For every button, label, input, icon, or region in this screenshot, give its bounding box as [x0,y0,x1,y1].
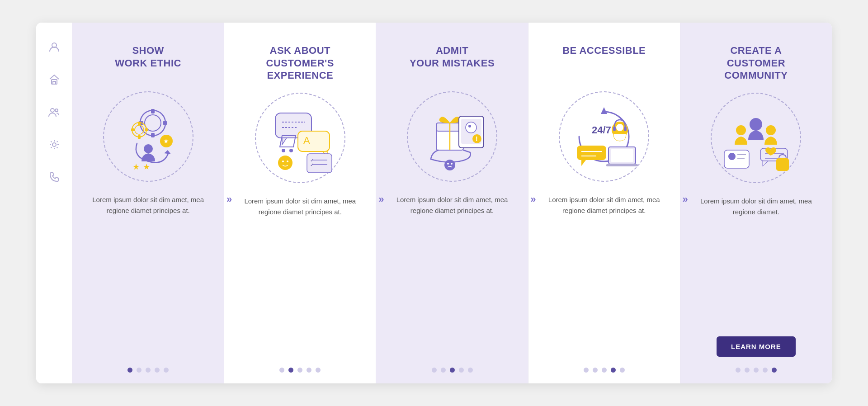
card-1-desc: Lorem ipsum dolor sit dim amet, mea regi… [85,194,211,357]
svg-text:A: A [303,135,310,146]
svg-text:!: ! [476,135,478,142]
svg-marker-18 [164,150,171,154]
card-show-work-ethic: SHOW WORK ETHIC [72,23,224,383]
card-5-dots [736,368,777,373]
dot-2-3[interactable] [297,368,302,373]
dot-2-2[interactable] [288,368,293,373]
svg-rect-59 [577,146,606,160]
svg-rect-14 [138,122,141,125]
card-3-dots [432,368,473,373]
svg-point-19 [144,144,153,153]
learn-more-button[interactable]: LEARN MORE [717,336,796,357]
card-1-illustration: ★ ★ ★ [103,91,193,182]
dot-4-5[interactable] [620,368,625,373]
card-5-illustration [711,93,801,183]
dot-4-3[interactable] [602,368,607,373]
svg-text:★: ★ [143,162,150,171]
svg-point-4 [55,109,58,112]
svg-point-5 [52,143,56,146]
dot-5-3[interactable] [754,368,759,373]
dot-4-1[interactable] [584,368,589,373]
card-3-desc: Lorem ipsum dolor sit dim amet, mea regi… [389,194,515,357]
card-5-title: CREATE A CUSTOMER COMMUNITY [724,44,788,82]
svg-rect-17 [145,128,148,131]
card-4-illustration: 24/7 [559,91,649,182]
card-be-accessible: BE ACCESSIBLE 24/7 [528,23,680,383]
card-3-title: ADMIT YOUR MISTAKES [410,44,495,80]
settings-icon[interactable] [46,137,62,153]
svg-rect-15 [138,135,141,139]
svg-point-51 [447,163,449,165]
dot-3-2[interactable] [441,368,446,373]
svg-rect-65 [606,164,638,166]
user-icon[interactable] [46,39,62,55]
svg-point-68 [766,125,776,135]
svg-point-74 [728,153,736,160]
svg-rect-57 [613,127,616,131]
cards-container: SHOW WORK ETHIC [72,23,832,383]
svg-point-66 [750,118,762,131]
dot-1-5[interactable] [164,368,169,373]
card-2-illustration: A ✓ ✓ [255,93,345,183]
dot-3-3[interactable] [450,368,455,373]
card-4-dots [584,368,625,373]
dot-3-5[interactable] [468,368,473,373]
card-admit-mistakes: ADMIT YOUR MISTAKES [376,23,528,383]
svg-rect-16 [131,128,135,131]
dot-2-4[interactable] [307,368,311,373]
dot-5-2[interactable] [745,368,750,373]
dot-4-2[interactable] [593,368,598,373]
dot-3-4[interactable] [459,368,464,373]
svg-rect-77 [776,158,789,171]
svg-rect-64 [611,149,633,162]
dot-1-3[interactable] [146,368,151,373]
dot-1-1[interactable] [127,368,132,373]
phone-icon[interactable] [46,169,62,185]
people-icon[interactable] [46,104,62,120]
svg-rect-58 [624,127,627,131]
svg-point-33 [278,156,292,170]
svg-rect-73 [724,150,749,168]
dot-1-4[interactable] [155,368,160,373]
svg-point-32 [289,149,293,152]
dot-5-1[interactable] [736,368,741,373]
main-container: SHOW WORK ETHIC [36,23,832,383]
svg-rect-11 [163,121,167,125]
card-ask-customer-experience: ASK ABOUT CUSTOMER'S EXPERIENCE A [224,23,376,383]
dot-5-4[interactable] [763,368,768,373]
dot-5-5[interactable] [772,368,777,373]
svg-text:✓: ✓ [310,162,314,167]
card-2-desc: Lorem ipsum dolor sit dim amet, mea regi… [237,196,363,357]
home-icon[interactable] [46,71,62,88]
card-2-dots [279,368,321,373]
svg-point-3 [51,109,54,112]
svg-point-31 [282,149,285,152]
card-2-arrow: » [378,194,384,205]
dot-3-1[interactable] [432,368,437,373]
card-1-title: SHOW WORK ETHIC [115,44,181,80]
dot-4-4[interactable] [611,368,616,373]
card-4-desc: Lorem ipsum dolor sit dim amet, mea regi… [541,194,667,357]
svg-rect-9 [151,133,155,137]
card-3-illustration: ! [407,91,497,182]
dot-2-5[interactable] [316,368,321,373]
card-1-dots [127,368,169,373]
sidebar [36,23,72,383]
svg-text:★: ★ [163,137,169,145]
card-4-title: BE ACCESSIBLE [562,44,646,80]
svg-point-46 [466,122,476,133]
card-5-desc: Lorem ipsum dolor sit dim amet, mea regi… [693,196,819,332]
card-3-arrow: » [530,194,536,205]
dot-2-1[interactable] [279,368,284,373]
svg-point-35 [287,161,288,162]
svg-marker-53 [601,107,607,114]
card-customer-community: CREATE A CUSTOMER COMMUNITY [680,23,832,383]
svg-text:24/7: 24/7 [592,124,611,136]
svg-point-34 [282,161,284,162]
card-4-arrow: » [683,194,688,205]
dot-1-2[interactable] [137,368,142,373]
svg-text:★: ★ [132,162,140,171]
svg-point-67 [736,125,746,135]
svg-point-50 [444,160,455,170]
svg-marker-70 [763,161,768,166]
